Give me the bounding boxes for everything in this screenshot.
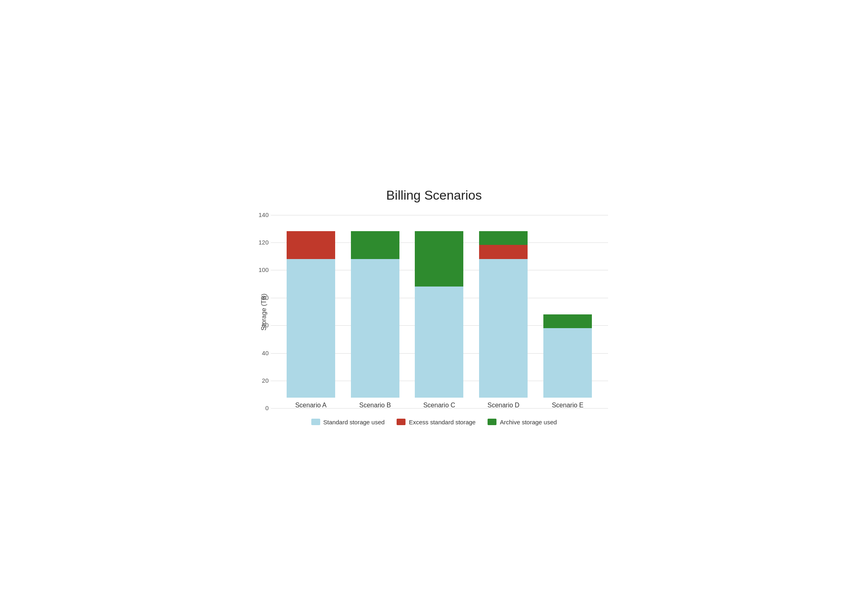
bar-stack-0: [287, 231, 335, 397]
bar-standard-3: [479, 259, 528, 398]
bar-stack-1: [351, 231, 399, 397]
legend-label-standard: Standard storage used: [323, 419, 385, 426]
chart-area: Storage (TB) 140120100806040200 Scenario…: [260, 215, 608, 409]
bar-archive-1: [351, 231, 399, 259]
bar-excess-3: [479, 245, 528, 259]
legend-item-excess: Excess standard storage: [397, 419, 475, 426]
chart-inner: 140120100806040200 Scenario AScenario BS…: [271, 215, 608, 409]
bar-group-2: Scenario C: [415, 231, 463, 409]
bar-stack-3: [479, 231, 528, 397]
bar-standard-0: [287, 259, 335, 398]
bars-row: Scenario AScenario BScenario CScenario D…: [271, 215, 608, 409]
bar-label-1: Scenario B: [359, 402, 391, 409]
legend-swatch-excess: [397, 419, 405, 425]
legend-label-archive: Archive storage used: [500, 419, 557, 426]
bar-group-1: Scenario B: [351, 231, 399, 409]
bar-standard-1: [351, 259, 399, 398]
bar-archive-3: [479, 231, 528, 245]
y-axis-label: Storage (TB): [260, 215, 268, 409]
legend-swatch-standard: [311, 419, 320, 425]
legend-item-archive: Archive storage used: [488, 419, 557, 426]
bar-standard-2: [415, 287, 463, 397]
bar-standard-4: [543, 328, 592, 397]
bar-archive-4: [543, 314, 592, 328]
bar-stack-2: [415, 231, 463, 397]
legend-swatch-archive: [488, 419, 496, 425]
bar-excess-0: [287, 231, 335, 259]
bar-label-3: Scenario D: [488, 402, 520, 409]
bar-archive-2: [415, 231, 463, 287]
legend-label-excess: Excess standard storage: [409, 419, 475, 426]
chart-container: Billing Scenarios Storage (TB) 140120100…: [252, 176, 616, 434]
bar-label-2: Scenario C: [423, 402, 455, 409]
bar-stack-4: [543, 314, 592, 398]
chart-title: Billing Scenarios: [260, 188, 608, 203]
bar-label-0: Scenario A: [295, 402, 326, 409]
bar-group-4: Scenario E: [543, 314, 592, 409]
legend: Standard storage usedExcess standard sto…: [260, 419, 608, 426]
bar-label-4: Scenario E: [552, 402, 583, 409]
legend-item-standard: Standard storage used: [311, 419, 385, 426]
bar-group-3: Scenario D: [479, 231, 528, 409]
grid-and-bars: 140120100806040200 Scenario AScenario BS…: [271, 215, 608, 409]
bar-group-0: Scenario A: [287, 231, 335, 409]
